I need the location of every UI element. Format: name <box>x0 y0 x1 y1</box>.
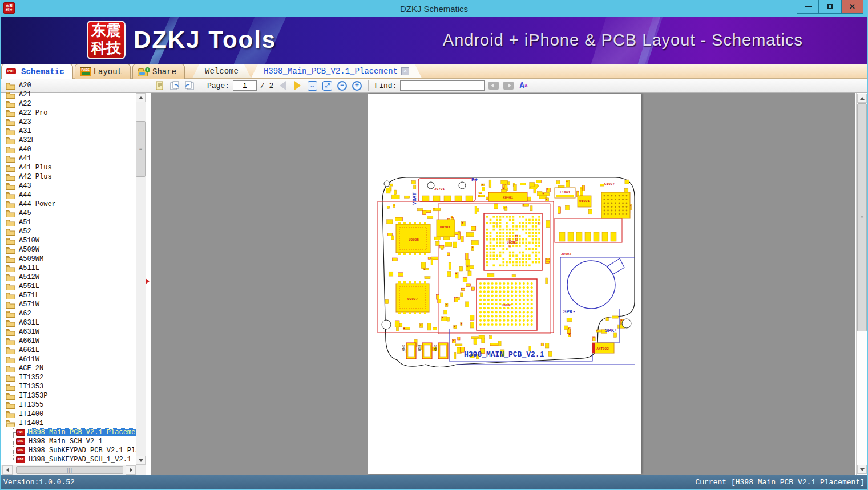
document-vertical-scrollbar[interactable]: ≡ <box>856 93 867 475</box>
tree-folder-item[interactable]: IT1352 <box>1 373 136 382</box>
tree-folder-item[interactable]: A22 <box>1 99 136 108</box>
tree-folder-label: A512W <box>19 273 39 281</box>
tree-folder-item[interactable]: A42 Plus <box>1 172 136 181</box>
tree-folder-label: A52 <box>19 228 31 236</box>
find-previous-icon[interactable] <box>488 80 499 91</box>
svg-text:VBAT: VBAT <box>412 192 418 205</box>
tree-folder-label: A511L <box>19 264 39 272</box>
tree-folder-label: A41 <box>19 155 31 163</box>
app-banner: 东震科技 DZKJ Tools Android + iPhone & PCB L… <box>1 17 867 64</box>
tree-folder-item[interactable]: A509WM <box>1 254 136 264</box>
tree-folder-item[interactable]: A661W <box>1 337 136 346</box>
splitter-collapse-icon[interactable] <box>146 278 150 284</box>
tree-vertical-scrollbar[interactable]: ≡ <box>136 93 146 465</box>
tree-folder-item[interactable]: IT1355 <box>1 400 136 410</box>
tree-folder-item[interactable]: A631W <box>1 327 136 337</box>
rotate-ccw-icon[interactable] <box>184 80 195 91</box>
find-input[interactable] <box>400 80 485 91</box>
rotate-cw-icon[interactable] <box>169 80 180 91</box>
tree-folder-label: A32F <box>19 136 35 144</box>
tree-pdf-item[interactable]: PDFH398_SubKEYPAD_SCH_1_V2.1 <box>1 455 136 464</box>
tree-folder-label: A40 <box>19 145 31 153</box>
tree-folder-item[interactable]: A32F <box>1 136 136 145</box>
fit-page-icon[interactable]: ⤢ <box>321 80 333 91</box>
copy-page-icon[interactable] <box>154 80 165 91</box>
tree-folder-item[interactable]: A20 <box>1 81 136 90</box>
svg-text:U0301: U0301 <box>507 241 517 245</box>
tab-share-label: Share <box>152 67 176 76</box>
tree-folder-item[interactable]: A661L <box>1 346 136 355</box>
tree-folder-item[interactable]: IT1353 <box>1 382 136 391</box>
tree-folder-item[interactable]: A31 <box>1 127 136 136</box>
maximize-button[interactable] <box>819 0 841 14</box>
tree-folder-item[interactable]: A511L <box>1 264 136 273</box>
tree-folder-label: A510W <box>19 237 39 245</box>
tree-folder-label: IT1352 <box>19 374 43 382</box>
doc-tab-placement[interactable]: H398_Main_PCB_V2.1_Placement ✕ <box>251 64 422 78</box>
find-next-icon[interactable] <box>503 80 514 91</box>
document-scrollbar-thumb[interactable]: ≡ <box>857 103 867 331</box>
tree-folder-item[interactable]: IT1401 <box>1 419 136 428</box>
minimize-button[interactable] <box>797 0 819 14</box>
zoom-in-icon[interactable]: + <box>351 80 362 91</box>
tree-scroll-up-icon[interactable] <box>136 93 146 102</box>
tree-folder-item[interactable]: A52 <box>1 227 136 236</box>
tree-pdf-label: H398_SubKEYPAD_PCB_V2.1_Placement <box>27 447 136 455</box>
prev-page-icon[interactable] <box>277 80 288 91</box>
tree-folder-item[interactable]: A631L <box>1 318 136 327</box>
tree-folder-item[interactable]: A611W <box>1 355 136 364</box>
match-case-icon[interactable]: Aa <box>518 80 529 91</box>
tree-folder-item[interactable]: A40 <box>1 145 136 154</box>
tree-horizontal-scrollbar[interactable]: ||| <box>1 465 146 475</box>
tree-hscrollbar-thumb[interactable]: ||| <box>16 466 123 474</box>
close-tab-icon[interactable]: ✕ <box>401 67 409 75</box>
tree-folder-item[interactable]: IT1353P <box>1 391 136 400</box>
tree-folder-item[interactable]: A43 <box>1 181 136 191</box>
document-scroll-down-icon[interactable] <box>857 465 867 474</box>
tree-folder-item[interactable]: A44 Power <box>1 200 136 209</box>
tree-folder-item[interactable]: A41 <box>1 154 136 163</box>
page-number-input[interactable] <box>233 80 257 91</box>
tree-pdf-item[interactable]: PDFH398_Main_PCB_V2.1_Placement <box>1 428 136 437</box>
svg-text:ANT902: ANT902 <box>596 347 609 351</box>
tree-scroll-left-icon[interactable] <box>2 465 13 475</box>
tab-layout[interactable]: Layout <box>75 64 131 79</box>
tree-scroll-right-icon[interactable] <box>126 465 136 475</box>
tree-folder-item[interactable]: A62 <box>1 309 136 318</box>
tab-schematic[interactable]: PDF Schematic <box>1 64 73 79</box>
tree-folder-label: A631L <box>19 319 39 327</box>
tree-folder-item[interactable]: A51 <box>1 218 136 227</box>
tree-folder-item[interactable]: A510W <box>1 236 136 245</box>
tree-folder-item[interactable]: A45 <box>1 209 136 218</box>
document-scroll-up-icon[interactable] <box>857 94 867 103</box>
doc-tab-welcome[interactable]: Welcome <box>192 64 251 78</box>
tree-folder-item[interactable]: A571L <box>1 291 136 300</box>
tree-scroll-down-icon[interactable] <box>136 456 146 465</box>
tree-folder-label: A41 Plus <box>19 164 52 172</box>
tree-folder-item[interactable]: A22 Pro <box>1 108 136 118</box>
tree-folder-item[interactable]: IT1400 <box>1 410 136 419</box>
tree-folder-item[interactable]: A41 Plus <box>1 163 136 172</box>
tree-folder-item[interactable]: A509W <box>1 245 136 254</box>
tab-share[interactable]: + Share <box>132 64 185 79</box>
tree-folder-item[interactable]: A23 <box>1 118 136 127</box>
tree-folder-label: A20 <box>19 82 31 90</box>
document-view: GNDRSBGNDJ0701X0401U0501U0301U0601U0905U… <box>151 93 855 475</box>
pdf-file-icon: PDF <box>16 429 25 436</box>
tree-pdf-item[interactable]: PDFH398_Main_SCH_V2 1 <box>1 437 136 446</box>
tree-folder-label: IT1353 <box>19 383 43 391</box>
tree-pdf-item[interactable]: PDFH398_SubKEYPAD_PCB_V2.1_Placement <box>1 446 136 455</box>
tree-folder-label: A661L <box>19 346 39 354</box>
tree-folder-item[interactable]: A571W <box>1 300 136 309</box>
next-page-icon[interactable] <box>292 80 303 91</box>
tree-folder-item[interactable]: ACE 2N <box>1 364 136 373</box>
close-button[interactable]: ✕ <box>841 0 863 14</box>
tree-folder-item[interactable]: A512W <box>1 273 136 282</box>
tree-folder-item[interactable]: A44 <box>1 191 136 200</box>
zoom-out-icon[interactable]: − <box>336 80 348 91</box>
fit-width-icon[interactable]: ↔ <box>306 80 318 91</box>
tree-scrollbar-thumb[interactable]: ≡ <box>136 121 146 177</box>
svg-text:X0401: X0401 <box>503 196 513 200</box>
tree-folder-item[interactable]: A551L <box>1 282 136 291</box>
tree-folder-item[interactable]: A21 <box>1 90 136 99</box>
